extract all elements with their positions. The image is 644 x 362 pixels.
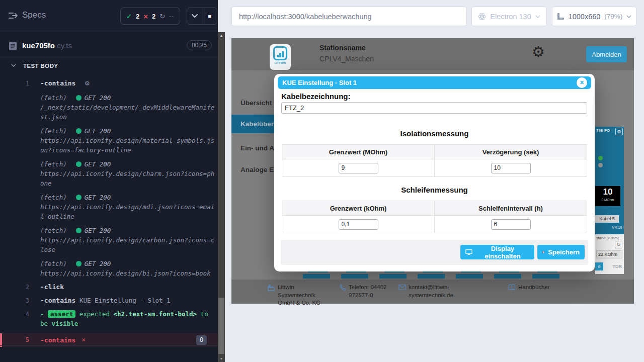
station-name-label: Stationsname [319, 44, 366, 52]
chevron-down-icon [535, 15, 540, 18]
save-button[interactable]: Speichern [537, 245, 585, 259]
scrollbar-thumb[interactable] [218, 298, 224, 354]
company-text: Littwin Systemtechnik GmbH & Co. KG [278, 284, 332, 307]
fetch-log[interactable]: (fetch) GET 200 https://api.iconify.desi… [0, 193, 218, 221]
col-grenzwert-mohm: Grenzwert (MOhm) [282, 145, 434, 159]
scroll-down-arrow[interactable]: ▼ [218, 357, 225, 360]
url-input[interactable] [232, 7, 466, 26]
logout-button[interactable]: Abmelden [586, 46, 627, 62]
fetch-status: GET 200 [85, 159, 111, 169]
assert-dash: - [40, 310, 44, 318]
scroll-up-arrow[interactable]: ▲ [218, 34, 225, 37]
footer-manuals-link[interactable]: Handbücher [508, 284, 550, 292]
assert-badge: assert [48, 310, 75, 318]
measurement-display: 10 0 MOhm [595, 186, 620, 206]
command-row[interactable]: 3 -contains KUE Einstellung - Slot 1 [0, 296, 218, 305]
fetch-log[interactable]: (fetch) GET 200 https://api.iconify.desi… [0, 259, 218, 278]
status-led-gray [598, 163, 603, 167]
fetch-prefix: (fetch) [40, 126, 67, 136]
ruler-icon [557, 13, 565, 20]
email-text: kontakt@littwin-systemtechnik.de [409, 284, 459, 299]
viewport-zoom: (79%) [604, 13, 622, 20]
failed-icon: × [143, 12, 148, 21]
screen: Specs ✓ 2 × 2 ↻ -- ■ kue705 [0, 0, 644, 362]
assert-row[interactable]: 4 - assert expected <h2.text-sm.font-bol… [0, 309, 218, 328]
close-icon[interactable]: × [577, 77, 587, 88]
fetch-log[interactable]: (fetch) GET 200 https://api.iconify.desi… [0, 126, 218, 155]
pending-icon: ↻ [159, 13, 165, 20]
footer-email: kontakt@littwin-systemtechnik.de [398, 284, 459, 299]
failed-count: 2 [152, 13, 155, 20]
cable-name-input[interactable] [281, 102, 587, 114]
grenzwert-mohm-input[interactable] [339, 163, 378, 173]
specs-menu-icon[interactable] [8, 12, 18, 20]
display-on-button[interactable]: Display einschalten [460, 245, 534, 259]
fail-count-badge: 0 [196, 335, 207, 345]
fetch-url: https://api.iconify.design/carbon.json?i… [40, 235, 215, 254]
phone-text: Telefon: 04402 972577-0 [349, 284, 391, 299]
fetch-log-status: (fetch) GET 200 [40, 93, 218, 103]
reporter-scrollbar[interactable]: ▲ ▼ [218, 32, 225, 362]
slot-gear-icon[interactable]: ⚙ [615, 128, 623, 135]
measurement-unit: 0 MOhm [595, 198, 620, 202]
passed-count: 2 [136, 13, 139, 20]
isolation-section-title: Isolationsmessung [274, 129, 595, 138]
fetch-status: GET 200 [85, 126, 111, 136]
fetch-status: GET 200 [85, 226, 111, 235]
fetch-status: GET 200 [85, 259, 111, 268]
monitor-icon [465, 249, 472, 255]
status-dot-icon [76, 128, 82, 134]
refresh-icon[interactable]: ↻ [615, 241, 622, 248]
spec-timer: 00:25 [187, 40, 212, 50]
resistance-label: stand [kOhm] [596, 236, 619, 240]
test-body-toggle[interactable]: TEST BODY [0, 60, 218, 72]
schleifenintervall-input[interactable] [491, 219, 531, 230]
spec-file-row[interactable]: kue705fo.cy.ts 00:25 [0, 33, 218, 59]
browser-label: Electron 130 [490, 13, 531, 21]
fetch-url: https://api.iconify.design/bi.json?icons… [40, 268, 215, 278]
stop-button[interactable]: ■ [202, 8, 217, 24]
spec-file-icon [9, 41, 17, 51]
collapse-button[interactable] [187, 8, 202, 24]
assert-visible: visible [52, 320, 78, 327]
fetch-url: https://api.iconify.design/mdi.json?icon… [40, 202, 215, 221]
col-grenzwert-kohm: Grenzwert (kOhm) [282, 201, 434, 215]
col-schleifenintervall-h: Schleifenintervall (h) [434, 201, 587, 215]
fetch-log[interactable]: (fetch) GET 200 https://api.iconify.desi… [0, 226, 218, 254]
gear-icon[interactable]: ⚙ [85, 80, 90, 87]
littwin-logo: LITTWIN [270, 44, 291, 70]
verzoegerung-sek-input[interactable] [491, 163, 531, 173]
fetch-log-status: (fetch) GET 200 [40, 159, 218, 169]
fetch-prefix: (fetch) [40, 259, 67, 268]
grenzwert-kohm-input[interactable] [339, 219, 378, 230]
command-row[interactable]: 2 -click [0, 282, 218, 292]
isolation-table-header: Grenzwert (MOhm) Verzögerung (sek) [282, 145, 587, 159]
command-log: 1 -contains ⚙ (fetch) GET 200 /_next/sta… [0, 74, 218, 347]
pending-count: -- [169, 13, 174, 20]
settings-gear-icon[interactable]: ⚙ [532, 45, 545, 59]
footer-phone: Telefon: 04402 972577-0 [339, 284, 391, 299]
fetch-log[interactable]: (fetch) GET 200 /_next/static/developmen… [0, 93, 218, 122]
stop-icon: ■ [208, 14, 211, 19]
chevron-down-icon [626, 15, 631, 18]
app-header: LITTWIN Stationsname CPLV4_Maschen ⚙ Abm… [231, 38, 634, 70]
loop-table-header: Grenzwert (kOhm) Schleifenintervall (h) [282, 201, 587, 216]
display-on-label: Display einschalten [476, 245, 529, 260]
status-dot-icon [76, 195, 82, 200]
logo-text: LITTWIN [270, 61, 291, 64]
fetch-log-status: (fetch) GET 200 [40, 126, 218, 136]
kabel-label: Kabel 5 [595, 215, 619, 223]
command-row[interactable]: 1 -contains ⚙ [0, 78, 218, 88]
cypress-reporter: Specs ✓ 2 × 2 ↻ -- ■ kue705 [0, 0, 218, 362]
command-name: -contains [40, 335, 75, 345]
fetch-log-status: (fetch) GET 200 [40, 226, 218, 235]
failed-command-row[interactable]: 5 -contains × 0 [0, 333, 218, 347]
fetch-log[interactable]: (fetch) GET 200 https://api.iconify.desi… [0, 159, 218, 188]
viewport-selector[interactable]: 1000x660 (79%) [552, 7, 636, 26]
status-dot-icon [76, 161, 82, 167]
test-stats: ✓ 2 × 2 ↻ -- [120, 8, 180, 25]
browser-selector[interactable]: Electron 130 [471, 7, 547, 26]
passed-icon: ✓ [126, 13, 132, 20]
assert-target-selector: <h2.text-sm.font-bold> [114, 310, 197, 318]
nav-item-uebersicht[interactable]: Übersicht [240, 99, 272, 107]
